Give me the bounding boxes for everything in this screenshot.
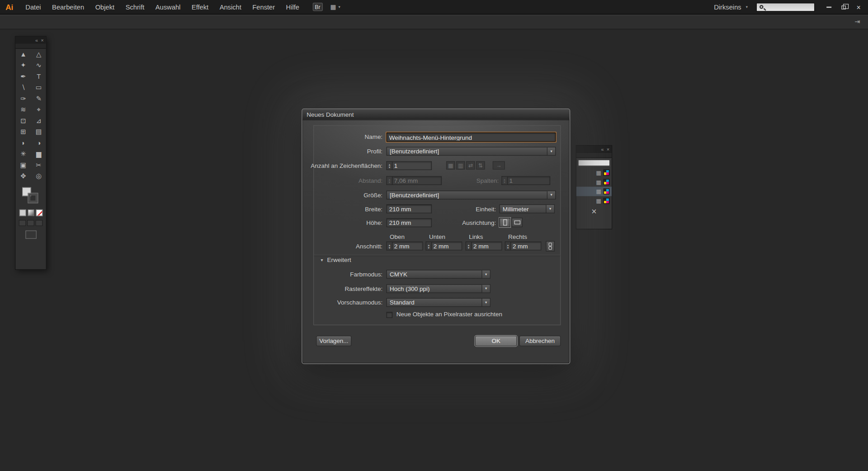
ok-button[interactable]: OK: [475, 336, 517, 346]
anschnitt-unten-value[interactable]: 2 mm: [431, 242, 462, 251]
abbrechen-button[interactable]: Abbrechen: [519, 336, 561, 346]
width-tool-icon[interactable]: ≋: [20, 104, 26, 115]
layout-direction-button[interactable]: →: [493, 161, 505, 169]
menu-auswahl[interactable]: Auswahl: [150, 3, 186, 11]
menu-bearbeiten[interactable]: Bearbeiten: [47, 3, 90, 11]
abstand-label: Abstand:: [302, 176, 383, 185]
gradient-tool-icon[interactable]: ▤: [36, 126, 42, 137]
panel-dock-icon[interactable]: ⇥: [855, 18, 860, 25]
panel-row[interactable]: ▦: [576, 196, 612, 205]
hand-tool-icon[interactable]: ✥: [20, 171, 26, 181]
menu-datei[interactable]: Datei: [20, 3, 47, 11]
search-input[interactable]: [756, 3, 815, 12]
stepper-arrows-icon[interactable]: ▲▼: [466, 242, 471, 251]
symbol-sprayer-tool-icon[interactable]: ✳: [20, 148, 26, 159]
link-bleed-values-button[interactable]: [546, 241, 555, 252]
anschnitt-rechts-value[interactable]: 2 mm: [510, 242, 542, 251]
triangle-down-icon: ▼: [320, 258, 324, 262]
arrange-documents-button[interactable]: ▦ ▼: [330, 3, 341, 10]
menu-fenster[interactable]: Fenster: [247, 3, 280, 11]
rastereffekte-dropdown[interactable]: Hoch (300 ppi) ▼: [387, 284, 491, 293]
line-segment-tool-icon[interactable]: ∖: [21, 82, 25, 93]
type-tool-icon[interactable]: T: [37, 71, 41, 82]
zoom-tool-icon[interactable]: ◎: [36, 171, 42, 181]
groesse-dropdown[interactable]: [Benutzerdefiniert] ▼: [387, 190, 556, 200]
orientation-portrait-button[interactable]: [499, 218, 510, 227]
anzahl-value[interactable]: 1: [392, 161, 432, 170]
profil-dropdown[interactable]: [Benutzerdefiniert] ▼: [387, 147, 556, 156]
pen-tool-icon[interactable]: ✒: [20, 71, 26, 82]
stepper-arrows-icon[interactable]: ▲▼: [387, 242, 392, 251]
restore-button[interactable]: [840, 3, 848, 11]
close-panel-icon[interactable]: ×: [607, 147, 609, 152]
menu-ansicht[interactable]: Ansicht: [214, 3, 247, 11]
lasso-tool-icon[interactable]: ∿: [36, 60, 42, 71]
anschnitt-links-value[interactable]: 2 mm: [471, 242, 502, 251]
direct-selection-tool-icon[interactable]: △: [36, 49, 41, 60]
draw-behind-button[interactable]: [27, 220, 34, 226]
paintbrush-tool-icon[interactable]: ✑: [20, 93, 26, 104]
grid-by-row-button[interactable]: ▦: [446, 161, 455, 169]
collapse-panel-icon[interactable]: «: [35, 38, 38, 43]
arrange-by-column-button[interactable]: ⇅: [476, 161, 485, 169]
dialog-title[interactable]: Neues Dokument: [302, 109, 570, 120]
gradient-mode-button[interactable]: [28, 209, 34, 216]
groesse-value: [Benutzerdefiniert]: [390, 192, 439, 199]
grid-by-column-button[interactable]: ▥: [456, 161, 465, 169]
color-mode-button[interactable]: [19, 209, 26, 216]
draw-inside-button[interactable]: [35, 220, 42, 226]
mesh-tool-icon[interactable]: ⊞: [20, 126, 26, 137]
anschnitt-rechts-stepper[interactable]: ▲▼ 2 mm: [505, 242, 542, 251]
draw-normal-button[interactable]: [19, 220, 26, 226]
magic-wand-tool-icon[interactable]: ✦: [20, 60, 26, 71]
farbmodus-dropdown[interactable]: CMYK ▼: [387, 270, 491, 279]
rectangle-tool-icon[interactable]: ▭: [36, 82, 42, 93]
stepper-arrows-icon[interactable]: ▲▼: [387, 161, 392, 170]
name-field[interactable]: [387, 133, 556, 142]
eyedropper-tool-icon[interactable]: ◗: [21, 138, 25, 148]
menu-schrift[interactable]: Schrift: [120, 3, 150, 11]
shape-builder-tool-icon[interactable]: ⊡: [20, 115, 26, 126]
chevron-down-icon: ▼: [745, 5, 748, 9]
selection-tool-icon[interactable]: ▲: [20, 49, 27, 60]
collapse-panel-icon[interactable]: «: [601, 147, 604, 152]
stepper-arrows-icon[interactable]: ▲▼: [426, 242, 431, 251]
erweitert-toggle[interactable]: ▼ Erweitert: [320, 257, 351, 263]
artboard-tool-icon[interactable]: ▣: [20, 160, 26, 171]
column-graph-tool-icon[interactable]: ▆: [36, 148, 41, 159]
anschnitt-unten-stepper[interactable]: ▲▼ 2 mm: [426, 242, 462, 251]
bridge-button[interactable]: Br: [312, 3, 322, 11]
blend-tool-icon[interactable]: ◑: [37, 138, 41, 148]
menu-objekt[interactable]: Objekt: [90, 3, 120, 11]
stroke-swatch[interactable]: [28, 193, 38, 203]
workspace-switcher[interactable]: Dirkseins ▼: [714, 0, 748, 14]
anzahl-stepper[interactable]: ▲▼ 1: [387, 161, 432, 170]
panel-row-selected[interactable]: ▦: [576, 187, 612, 196]
panel-row[interactable]: ▦: [576, 177, 612, 187]
anschnitt-oben-value[interactable]: 2 mm: [392, 242, 423, 251]
free-transform-tool-icon[interactable]: ⌖: [37, 104, 41, 115]
minimize-button[interactable]: [825, 3, 832, 11]
fill-stroke-controls[interactable]: [19, 186, 42, 207]
einheit-dropdown[interactable]: Millimeter ▼: [499, 205, 554, 214]
none-mode-button[interactable]: [36, 209, 42, 216]
menu-effekt[interactable]: Effekt: [186, 3, 214, 11]
pixelraster-checkbox[interactable]: [387, 312, 392, 318]
slice-tool-icon[interactable]: ✂: [36, 160, 42, 171]
panel-field[interactable]: [578, 160, 610, 167]
perspective-grid-tool-icon[interactable]: ⊿: [36, 115, 42, 126]
anschnitt-oben-stepper[interactable]: ▲▼ 2 mm: [387, 242, 423, 251]
menu-hilfe[interactable]: Hilfe: [280, 3, 305, 11]
vorlagen-button[interactable]: Vorlagen...: [316, 336, 351, 346]
pencil-tool-icon[interactable]: ✎: [36, 93, 42, 104]
close-button[interactable]: ×: [855, 3, 863, 11]
anschnitt-links-stepper[interactable]: ▲▼ 2 mm: [466, 242, 502, 251]
farbmodus-value: CMYK: [390, 271, 407, 278]
vorschaumodus-dropdown[interactable]: Standard ▼: [387, 298, 491, 307]
panel-row[interactable]: ▦: [576, 168, 612, 177]
close-panel-icon[interactable]: ×: [41, 38, 43, 43]
stepper-arrows-icon[interactable]: ▲▼: [505, 242, 510, 251]
orientation-landscape-button[interactable]: [511, 218, 522, 227]
screen-mode-button[interactable]: [25, 230, 36, 238]
arrange-by-row-button[interactable]: ⇄: [466, 161, 475, 169]
